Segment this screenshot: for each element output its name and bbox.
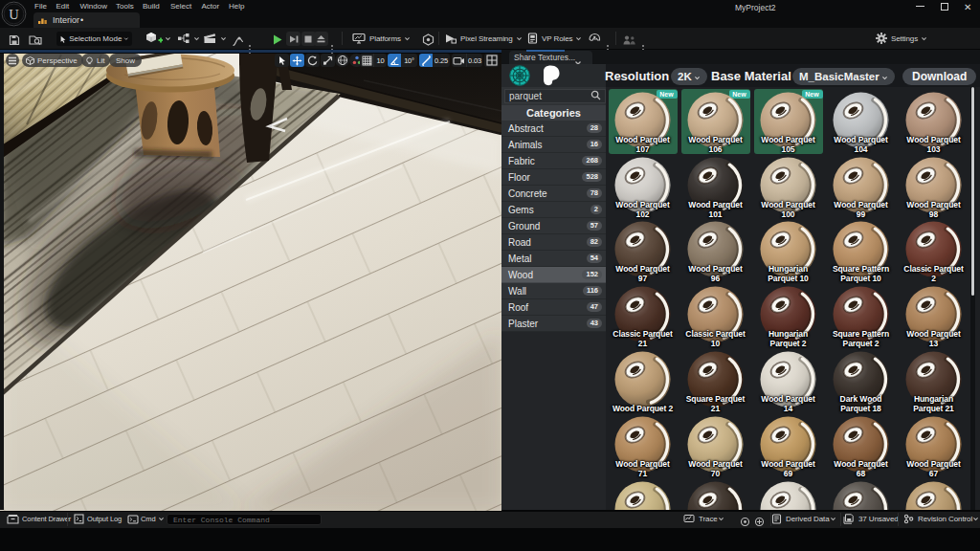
svg-text:U: U xyxy=(9,7,19,22)
